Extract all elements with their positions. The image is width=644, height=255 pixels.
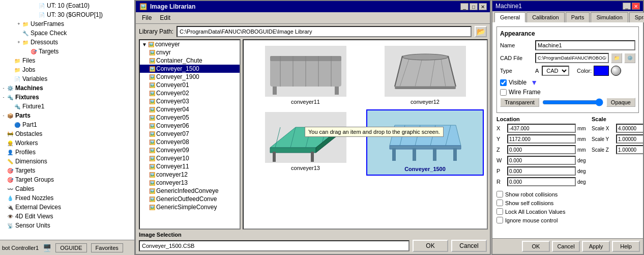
left-tree-item-21[interactable]: 💧 Fixed Nozzles xyxy=(0,193,134,203)
footer-btn-ok[interactable]: OK xyxy=(522,241,550,252)
image-selection-input[interactable] xyxy=(139,240,409,251)
name-input[interactable] xyxy=(535,40,635,50)
left-tree-item-5[interactable]: 🎯 Targets xyxy=(0,47,134,56)
lib-tree-item-1[interactable]: 🖼️ cnvyr xyxy=(140,48,240,56)
left-tree-item-0[interactable]: 📄 UT: 10 (Eoat10) xyxy=(0,1,134,10)
lib-tree-item-10[interactable]: 🖼️ Conveyer06 xyxy=(140,122,240,130)
machine1-minimize[interactable]: _ xyxy=(623,3,631,10)
type-select[interactable]: CAD xyxy=(542,66,569,76)
loc-z-input[interactable] xyxy=(507,145,576,154)
checkbox-0[interactable] xyxy=(496,191,503,197)
loc-r-input[interactable] xyxy=(507,177,576,186)
edit-menu[interactable]: Edit xyxy=(156,13,174,22)
left-tree-item-7[interactable]: 📁 Jobs xyxy=(0,65,134,74)
lib-tree-item-3[interactable]: 🖼️ Conveyer_1500 xyxy=(140,65,240,73)
scale-x-input[interactable] xyxy=(616,124,643,133)
cadfile-input[interactable] xyxy=(535,53,609,63)
cancel-button[interactable]: Cancel xyxy=(451,240,487,252)
scale-z-input[interactable] xyxy=(616,145,643,154)
lib-tree-item-0[interactable]: ▼ 🖼️ conveyer xyxy=(140,40,240,48)
visible-checkbox[interactable] xyxy=(500,79,507,86)
machine-tab-general[interactable]: General xyxy=(494,12,525,22)
loc-p-input[interactable] xyxy=(507,166,576,176)
lib-tree[interactable]: ▼ 🖼️ conveyer 🖼️ cnvyr 🖼️ Container_Chut… xyxy=(139,39,241,230)
left-tree-item-4[interactable]: + 📁 Dressouts xyxy=(0,38,134,47)
left-tree-item-20[interactable]: 〰️ Cables xyxy=(0,184,134,193)
file-menu[interactable]: File xyxy=(138,13,156,22)
lib-tree-item-14[interactable]: 🖼️ Conveyer10 xyxy=(140,154,240,162)
machine1-close[interactable]: ✕ xyxy=(632,3,640,10)
favorites-tab[interactable]: Favorites xyxy=(91,243,123,252)
img-cell-conveyer13[interactable]: conveyer13 xyxy=(247,109,364,176)
left-tree-item-23[interactable]: 👁️ 4D Edit Views xyxy=(0,212,134,221)
img-cell-conveyer12[interactable]: conveyer12 xyxy=(366,43,484,107)
left-tree-item-11[interactable]: 🔩 Fixture1 xyxy=(0,102,134,111)
lib-tree-item-15[interactable]: 🖼️ Conveyer11 xyxy=(140,162,240,171)
wireframe-checkbox[interactable] xyxy=(500,89,507,96)
left-tree-item-18[interactable]: 🎯 Targets xyxy=(0,166,134,175)
loc-x-input[interactable] xyxy=(507,124,576,133)
opaque-button[interactable]: Opaque xyxy=(606,98,635,107)
checkbox-1[interactable] xyxy=(496,200,503,206)
left-tree-item-24[interactable]: 📡 Sensor Units xyxy=(0,221,134,230)
lib-tree-item-18[interactable]: 🖼️ GenericInfeedConveye xyxy=(140,187,240,195)
left-tree-item-13[interactable]: 🔵 Part1 xyxy=(0,120,134,129)
footer-btn-help[interactable]: Help xyxy=(612,241,640,252)
ok-button[interactable]: OK xyxy=(413,240,448,252)
lib-tree-item-2[interactable]: 🖼️ Container_Chute xyxy=(140,56,240,65)
left-tree-item-14[interactable]: 🚧 Obstacles xyxy=(0,129,134,138)
lib-tree-item-7[interactable]: 🖼️ Conveyer03 xyxy=(140,97,240,105)
machine-tab-parts[interactable]: Parts xyxy=(566,12,590,22)
loc-w-input[interactable] xyxy=(507,156,576,165)
lib-tree-item-20[interactable]: 🖼️ GenericSimpleConvey xyxy=(140,203,240,211)
left-tree-item-3[interactable]: 🔧 Space Check xyxy=(0,29,134,38)
lib-tree-item-6[interactable]: 🖼️ Conveyer02 xyxy=(140,89,240,97)
color-sphere[interactable] xyxy=(611,66,621,76)
lib-tree-item-4[interactable]: 🖼️ Conveyer_1900 xyxy=(140,73,240,81)
transparency-slider[interactable] xyxy=(542,98,603,106)
library-path-input[interactable] xyxy=(177,26,472,37)
close-button[interactable]: ✕ xyxy=(479,3,487,10)
minimize-button[interactable]: _ xyxy=(460,3,469,10)
lib-tree-item-12[interactable]: 🖼️ Conveyer08 xyxy=(140,138,240,146)
checkbox-3[interactable] xyxy=(496,217,503,223)
left-tree-item-1[interactable]: 📄 UT: 30 ($GROUP[1]) xyxy=(0,10,134,19)
tree-area[interactable]: 📄 UT: 10 (Eoat10) 📄 UT: 30 ($GROUP[1])+ … xyxy=(0,0,134,232)
scale-y-input[interactable] xyxy=(616,134,643,144)
lib-tree-item-8[interactable]: 🖼️ Conveyer04 xyxy=(140,105,240,114)
left-tree-item-9[interactable]: - ⚙️ Machines xyxy=(0,83,134,93)
left-tree-item-22[interactable]: 🔌 External Devices xyxy=(0,203,134,212)
loc-y-input[interactable] xyxy=(507,134,576,144)
color-picker[interactable] xyxy=(594,66,609,76)
lib-tree-item-17[interactable]: 🖼️ conveyer13 xyxy=(140,179,240,187)
footer-btn-apply[interactable]: Apply xyxy=(582,241,610,252)
img-cell-conveyer1500[interactable]: Conveyer_1500 xyxy=(366,109,484,176)
lib-tree-item-13[interactable]: 🖼️ Conveyer09 xyxy=(140,146,240,154)
cadfile-browse[interactable]: 📁 xyxy=(611,53,622,63)
lib-tree-item-16[interactable]: 🖼️ conveyer12 xyxy=(140,171,240,179)
left-tree-item-19[interactable]: 🎯 Target Groups xyxy=(0,175,134,184)
lib-tree-item-5[interactable]: 🖼️ Conveyer01 xyxy=(140,81,240,89)
maximize-button[interactable]: □ xyxy=(470,3,478,10)
machine-tab-calibration[interactable]: Calibration xyxy=(526,12,565,22)
left-tree-item-12[interactable]: - 📦 Parts xyxy=(0,111,134,120)
lib-tree-item-11[interactable]: 🖼️ Conveyer07 xyxy=(140,130,240,138)
left-tree-item-15[interactable]: 👷 Workers xyxy=(0,138,134,148)
left-tree-item-17[interactable]: 📏 Dimensions xyxy=(0,157,134,166)
left-tree-item-8[interactable]: 📄 Variables xyxy=(0,74,134,83)
lib-tree-item-19[interactable]: 🖼️ GenericOutfeedConve xyxy=(140,195,240,203)
lib-grid-pane[interactable]: conveyer11 xyxy=(243,39,488,230)
left-tree-item-2[interactable]: + 📁 UserFrames xyxy=(0,19,134,29)
transparent-button[interactable]: Transparent xyxy=(500,98,539,107)
footer-btn-cancel[interactable]: Cancel xyxy=(552,241,580,252)
machine-tab-spray-simulation[interactable]: Spray Simulation xyxy=(629,12,644,22)
left-tree-item-6[interactable]: 📁 Files xyxy=(0,56,134,65)
browse-button[interactable]: 📂 xyxy=(475,26,487,37)
left-tree-item-10[interactable]: - 🔩 Fixtures xyxy=(0,93,134,102)
left-tree-item-16[interactable]: 👤 Profiles xyxy=(0,148,134,157)
machine-tab-simulation[interactable]: Simulation xyxy=(591,12,628,22)
checkbox-2[interactable] xyxy=(496,208,503,215)
img-cell-conveyer11[interactable]: conveyer11 xyxy=(247,43,364,107)
lib-tree-item-9[interactable]: 🖼️ Conveyer05 xyxy=(140,114,240,122)
oguide-tab[interactable]: OGUIDE xyxy=(55,243,86,252)
